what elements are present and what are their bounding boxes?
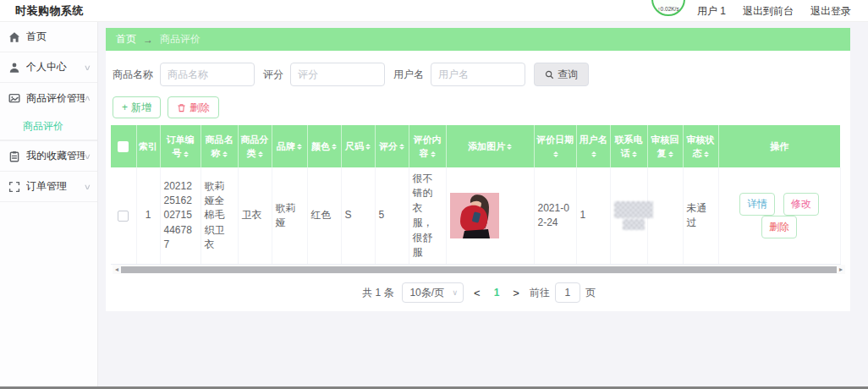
page-size-select[interactable]: 10条/页 ∨ (402, 282, 464, 303)
logout-link[interactable]: 退出登录 (810, 4, 851, 19)
header-rating[interactable]: 评分 (375, 125, 409, 167)
chevron-down-icon: ∨ (84, 183, 91, 191)
header-color[interactable]: 颜色 (307, 125, 341, 167)
main-content: 首页 → 商品评价 商品名称 评分 用户名 查询 (98, 22, 868, 386)
exit-to-front-link[interactable]: 退出到前台 (743, 4, 794, 19)
app-title: 时装购物系统 (0, 3, 84, 19)
user-icon (8, 62, 20, 74)
top-nav: 用户 1 退出到前台 退出登录 (697, 0, 851, 22)
jump-to-page-input[interactable] (555, 282, 580, 303)
cell-username: 1 (576, 167, 610, 265)
sidebar-item-label: 首页 (26, 30, 91, 44)
header-image[interactable]: 添加图片 (446, 125, 534, 167)
sidebar-group-review-management: 商品评价管理 ∧ 商品评价 (0, 83, 97, 141)
sidebar-subitem-product-review[interactable]: 商品评价 (0, 113, 97, 140)
sidebar-item-personal-center[interactable]: 个人中心 ∨ (0, 52, 97, 83)
sort-icon[interactable] (332, 141, 337, 152)
jump-to-label: 前往 (530, 286, 550, 300)
table-toolbar: + 新增 删除 (111, 96, 847, 118)
sidebar-item-label: 商品评价管理 (26, 91, 85, 106)
sort-icon[interactable] (591, 149, 596, 160)
sort-icon[interactable] (258, 149, 263, 160)
header-phone[interactable]: 联系电话 (610, 125, 647, 167)
header-product-name[interactable]: 商品名称 (201, 125, 238, 167)
scroll-right-icon[interactable]: ▸ (837, 265, 845, 274)
sort-icon[interactable] (184, 149, 189, 160)
chevron-up-icon: ∧ (84, 94, 91, 102)
header-username[interactable]: 用户名 (576, 125, 610, 167)
trash-icon (177, 103, 186, 112)
sort-icon[interactable] (632, 149, 637, 160)
sort-icon[interactable] (507, 141, 512, 152)
sidebar-item-home[interactable]: 首页 (0, 22, 97, 52)
cell-image (446, 167, 534, 265)
add-button[interactable]: + 新增 (113, 96, 161, 118)
product-photo (450, 193, 499, 238)
prev-page-button[interactable]: < (472, 287, 482, 299)
sort-icon[interactable] (668, 149, 673, 160)
total-count-label: 共 1 条 (362, 286, 393, 300)
scroll-left-icon[interactable]: ◂ (113, 265, 121, 274)
header-category[interactable]: 商品分类 (238, 125, 272, 167)
sidebar-item-review-management[interactable]: 商品评价管理 ∧ (0, 83, 97, 113)
search-button[interactable]: 查询 (534, 63, 589, 86)
header-order-no[interactable]: 订单编号 (160, 125, 201, 167)
header-select-all[interactable] (111, 125, 136, 167)
current-page-number[interactable]: 1 (491, 287, 503, 299)
username-input[interactable] (431, 63, 525, 86)
cell-brand: 歌莉娅 (272, 167, 307, 265)
filter-bar: 商品名称 评分 用户名 查询 (111, 63, 847, 86)
content-card: 商品名称 评分 用户名 查询 + 新增 (106, 51, 850, 311)
rating-label: 评分 (263, 68, 283, 82)
sort-icon[interactable] (399, 141, 404, 152)
chevron-down-icon: ∨ (84, 152, 91, 161)
cell-audit-status: 未通过 (683, 167, 718, 265)
cell-rating: 5 (375, 167, 409, 265)
detail-button[interactable]: 详情 (739, 193, 775, 216)
header-operations: 操作 (718, 125, 840, 167)
sort-icon[interactable] (553, 149, 558, 160)
header-brand[interactable]: 品牌 (272, 125, 307, 167)
network-speed-value: ↑0.02K/s (657, 6, 678, 12)
cell-product-name: 歌莉娅全棉毛织卫衣 (201, 167, 238, 265)
rating-input[interactable] (290, 63, 385, 86)
cell-color: 红色 (307, 167, 341, 265)
row-delete-button[interactable]: 删除 (761, 216, 797, 238)
header-audit-reply[interactable]: 审核回复 (647, 125, 683, 167)
orders-icon (8, 181, 20, 193)
current-user-label: 用户 1 (697, 4, 726, 19)
header-index: 索引 (136, 125, 160, 167)
product-name-input[interactable] (160, 63, 255, 86)
phone-censored-mosaic (614, 201, 644, 230)
cell-index: 1 (136, 167, 160, 265)
sort-icon[interactable] (431, 149, 436, 160)
sort-icon[interactable] (297, 141, 302, 152)
sidebar-item-label: 个人中心 (26, 60, 85, 74)
header-audit-status[interactable]: 审核状态 (683, 125, 718, 167)
breadcrumb-home-link[interactable]: 首页 (116, 32, 136, 47)
scrollbar-thumb[interactable] (121, 266, 837, 273)
chevron-down-icon: ∨ (84, 63, 91, 72)
sidebar-item-favorites-management[interactable]: 我的收藏管理 ∨ (0, 141, 97, 172)
sort-icon[interactable] (222, 149, 228, 160)
header-review-date[interactable]: 评价日期 (534, 125, 576, 167)
delete-button[interactable]: 删除 (168, 96, 219, 118)
header-size[interactable]: 尺码 (341, 125, 375, 167)
sidebar: 首页 个人中心 ∨ 商品评价管理 ∧ 商品评价 我的收藏管理 ∨ (0, 22, 98, 386)
plus-icon: + (122, 101, 128, 113)
row-checkbox[interactable] (118, 211, 129, 222)
edit-button[interactable]: 修改 (783, 193, 819, 216)
review-table: 索引 订单编号 商品名称 商品分类 品牌 颜色 尺码 评分 评价内容 添加图片 … (111, 125, 841, 265)
table-header-row: 索引 订单编号 商品名称 商品分类 品牌 颜色 尺码 评分 评价内容 添加图片 … (111, 125, 840, 167)
app-window: 时装购物系统 ↑0.02K/s 用户 1 退出到前台 退出登录 首页 个人中心 … (0, 0, 868, 389)
next-page-button[interactable]: > (511, 287, 521, 299)
sort-icon[interactable] (704, 149, 709, 160)
top-header: 时装购物系统 ↑0.02K/s 用户 1 退出到前台 退出登录 (0, 0, 868, 22)
sort-icon[interactable] (365, 141, 371, 152)
username-label: 用户名 (393, 68, 424, 82)
select-all-checkbox[interactable] (118, 141, 129, 152)
chevron-down-icon: ∨ (452, 283, 458, 302)
search-icon (545, 70, 554, 79)
header-review-content[interactable]: 评价内容 (409, 125, 446, 167)
sidebar-item-order-management[interactable]: 订单管理 ∨ (0, 172, 97, 202)
